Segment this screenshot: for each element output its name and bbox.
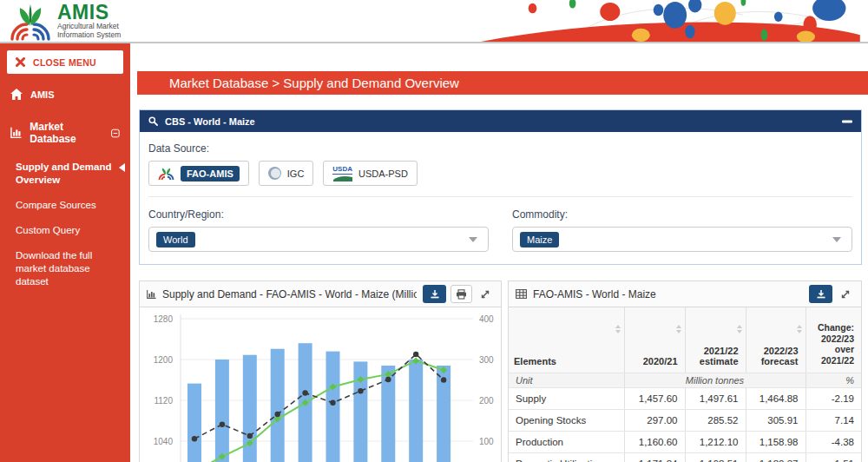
cell-value: 285.52: [685, 409, 746, 431]
breadcrumb: Market Database > Supply and Demand Over…: [137, 71, 868, 95]
cbs-filter-panel: CBS - World - Maize Data Source:: [139, 109, 862, 265]
source-fao-amis-label: FAO-AMIS: [181, 166, 240, 182]
amis-logo[interactable]: AMIS Agricultural Market Information Sys…: [9, 3, 121, 41]
column-header-elements[interactable]: Elements: [509, 307, 624, 373]
svg-text:1120: 1120: [154, 396, 173, 406]
cell-value: 1,198.51: [685, 452, 746, 462]
sort-icon: [676, 325, 681, 333]
sidebar: CLOSE MENU AMIS Market Database Sup: [0, 43, 130, 462]
column-header-2021-22-estimate[interactable]: 2021/22 estimate: [685, 307, 746, 373]
subitem-label: Custom Query: [16, 225, 80, 235]
collapse-minus-icon[interactable]: [111, 129, 120, 138]
amis-plant-logo: [158, 166, 174, 181]
svg-text:1280: 1280: [154, 314, 174, 324]
svg-text:200: 200: [479, 396, 494, 406]
usda-swoosh: [333, 175, 352, 182]
table-download-button[interactable]: [809, 285, 832, 303]
chart-download-button[interactable]: [423, 285, 446, 303]
table-row-opening-stocks: Opening Stocks 297.00 285.52 305.91 7.14: [509, 409, 861, 431]
source-button-usda-psd[interactable]: USDA USDA-PSD: [323, 161, 418, 186]
cell-change: 7.14: [806, 409, 861, 431]
chart-icon: [147, 289, 156, 300]
sidebar-item-amis-label: AMIS: [30, 89, 55, 100]
source-igc-label: IGC: [287, 168, 305, 179]
close-icon: [16, 57, 25, 67]
sidebar-item-market-database-label: Market Database: [30, 121, 103, 145]
table-icon: [516, 289, 527, 299]
column-header-change[interactable]: Change: 2022/23 over 2021/22: [806, 307, 861, 373]
column-header-2022-23-forecast[interactable]: 2022/23 forecast: [746, 307, 806, 373]
country-selected-value[interactable]: World: [156, 232, 195, 248]
sidebar-item-compare-sources[interactable]: Compare Sources: [16, 193, 125, 218]
cell-value: 1,497.61: [685, 387, 746, 409]
cell-value: 1,457.60: [624, 387, 685, 409]
bar-chart-icon: [10, 127, 22, 139]
search-icon: [148, 116, 158, 126]
cbs-panel-header: CBS - World - Maize: [140, 110, 861, 132]
commodity-select[interactable]: Maize: [512, 227, 852, 252]
chart-print-button[interactable]: [450, 285, 472, 303]
amis-market-database-page: AMIS Agricultural Market Information Sys…: [0, 0, 868, 462]
panel-collapse-button[interactable]: [842, 120, 852, 123]
sort-icon: [797, 325, 802, 333]
source-button-igc[interactable]: IGC: [259, 161, 314, 186]
table-expand-button[interactable]: [837, 285, 854, 303]
amis-plant-icon: [9, 3, 52, 41]
igc-globe-logo: [268, 167, 281, 180]
printer-icon: [456, 289, 467, 300]
unit-percent: %: [806, 373, 861, 387]
home-icon: [10, 89, 23, 100]
cell-value: 1,171.84: [624, 452, 685, 462]
sort-icon: [615, 325, 621, 333]
close-menu-button[interactable]: CLOSE MENU: [7, 50, 123, 74]
svg-text:1040: 1040: [154, 437, 174, 446]
svg-text:300: 300: [479, 355, 494, 365]
sidebar-item-supply-demand-overview[interactable]: Supply and Demand Overview: [16, 155, 125, 193]
column-label: 2021/22: [704, 346, 739, 356]
filter-fields: Country/Region: World Commodity: Maize: [148, 196, 852, 252]
download-icon: [430, 289, 440, 300]
column-label: 2022/23: [764, 346, 799, 356]
commodity-selected-value[interactable]: Maize: [520, 232, 559, 248]
download-icon: [816, 289, 826, 300]
expand-icon: [840, 289, 851, 300]
chart-body: 1280400120030011202001040100: [140, 307, 501, 462]
decorative-confetti-banner: [469, 0, 868, 42]
chevron-down-icon: [469, 237, 477, 242]
chart-expand-button[interactable]: [477, 285, 494, 303]
country-select[interactable]: World: [148, 227, 489, 252]
svg-text:1200: 1200: [154, 355, 174, 365]
column-label: Change: 2022/23 over 2021/22: [818, 322, 854, 366]
source-button-fao-amis[interactable]: FAO-AMIS: [148, 161, 249, 186]
cell-change: -1.51: [806, 452, 861, 462]
source-usda-label: USDA-PSD: [358, 168, 408, 179]
sidebar-item-download-dataset[interactable]: Download the full market database datase…: [16, 243, 125, 294]
main-content: Market Database > Supply and Demand Over…: [130, 43, 868, 462]
chevron-down-icon: [832, 237, 841, 242]
subitem-label: Supply and Demand Overview: [16, 162, 112, 185]
column-header-2020-21[interactable]: 2020/21: [624, 307, 685, 373]
sidebar-item-market-database[interactable]: Market Database: [0, 113, 130, 153]
svg-text:100: 100: [479, 437, 494, 446]
cell-value: 1,158.98: [746, 431, 806, 452]
svg-text:400: 400: [479, 314, 494, 324]
sidebar-subnav: Supply and Demand Overview Compare Sourc…: [0, 153, 130, 294]
cell-value: 1,180.37: [746, 452, 806, 462]
subitem-label: Compare Sources: [16, 200, 96, 210]
column-label: 2020/21: [643, 356, 678, 366]
column-label: Elements: [514, 356, 556, 366]
sidebar-item-amis[interactable]: AMIS: [0, 81, 130, 108]
table-row-production: Production 1,160.60 1,212.10 1,158.98 -4…: [509, 431, 861, 452]
country-field: Country/Region: World: [148, 205, 489, 252]
cell-element: Domestic Utilization: [509, 452, 624, 462]
table-panel-title: FAO-AMIS - World - Maize: [533, 288, 656, 300]
data-source-buttons: FAO-AMIS IGC USDA USDA-PSD: [148, 161, 852, 186]
cell-element: Opening Stocks: [509, 409, 624, 431]
country-label: Country/Region:: [148, 208, 489, 221]
logo-subtitle-1: Agricultural Market: [57, 22, 121, 30]
sidebar-item-custom-query[interactable]: Custom Query: [16, 218, 125, 243]
supply-demand-chart: 1280400120030011202001040100: [140, 307, 501, 462]
chart-panel-header: Supply and Demand - FAO-AMIS - World - M…: [140, 281, 501, 307]
active-item-arrow-icon: [119, 163, 125, 172]
supply-demand-chart-panel: Supply and Demand - FAO-AMIS - World - M…: [139, 280, 502, 462]
